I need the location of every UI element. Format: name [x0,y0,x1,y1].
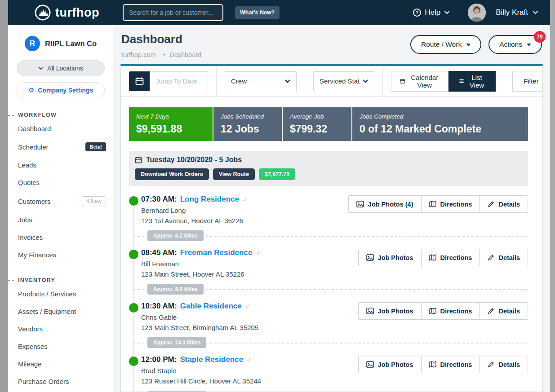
sidebar-item-assets-equipment[interactable]: Assets / Equipment [8,303,113,320]
breadcrumb-page: Dashboard [169,51,201,58]
job-actions: Job Photos Directions Details [358,302,528,320]
view-route-button[interactable]: View Route [213,168,255,180]
jump-to-date-input[interactable] [150,71,208,91]
brand-name: turfhop [55,6,99,20]
job-photos-button[interactable]: Job Photos (4) [348,195,422,213]
help-icon: ? [413,9,421,17]
job-status-dot [129,250,138,259]
crew-filter-group: Crew [217,66,305,96]
route-work-dropdown[interactable]: Route / Work [410,35,481,54]
sidebar-item-dashboard[interactable]: Dashboard [8,120,113,137]
breadcrumb-site[interactable]: turfhop.com [121,51,156,58]
calendar-picker-button[interactable] [129,71,150,91]
list-icon [459,78,464,84]
sidebar-item-invoices[interactable]: Invoices [8,229,113,246]
job-name-link[interactable]: Freeman Residence [180,248,253,257]
job-customer: Bill Freeman [141,260,262,268]
download-work-orders-button[interactable]: Download Work Orders [135,168,209,180]
sidebar-section: WORKFLOW Dashboard Scheduler Beta! Leads… [8,112,113,264]
job-row: 08:45 AM: Freeman Residence ✓ Bill Freem… [129,241,528,295]
job-name-link[interactable]: Long Residence [180,195,239,204]
company-settings-button[interactable]: ⚙ Company Settings [17,82,105,98]
job-time: 10:30 AM: [141,302,177,311]
sidebar-item-scheduler[interactable]: Scheduler Beta! [8,137,113,156]
list-view-label: List View [468,74,485,89]
miles-badge: Approx. 14.3 Miles [147,337,206,348]
main-content: Dashboard turfhop.com → Dashboard Route … [113,25,550,392]
details-label: Details [498,254,520,261]
job-address: 123 1st Avenue, Hoover AL 35226 [141,217,248,225]
details-button[interactable]: Details [480,356,528,373]
stat-tile-jobs-scheduled: Jobs Scheduled 12 Jobs [213,107,282,141]
job-actions: Job Photos Directions Details [358,356,528,373]
filter-button[interactable]: Filter [512,71,543,92]
miles-separator: Approx. 14.3 Miles [141,337,528,348]
user-avatar[interactable] [468,4,486,22]
details-label: Details [498,308,520,315]
sidebar-item-my-finances[interactable]: My Finances [8,246,113,264]
job-name-link[interactable]: Staple Residence [180,355,243,364]
directions-button[interactable]: Directions [421,356,480,373]
sidebar-item-vendors[interactable]: Vendors [8,320,113,338]
stat-value: $9,591.88 [136,123,205,135]
calendar-icon [135,156,142,163]
details-label: Details [498,201,520,208]
job-time: 12:00 PM: [141,355,177,364]
job-photos-button[interactable]: Job Photos [358,356,422,373]
sidebar-item-label: Mileage [18,360,42,368]
check-icon: ✓ [246,356,252,364]
details-button[interactable]: Details [480,195,528,213]
job-name-link[interactable]: Gable Residence [180,302,242,311]
sidebar-item-jobs[interactable]: Jobs [8,211,113,229]
actions-dropdown[interactable]: Actions 79 [488,35,542,54]
job-photos-button[interactable]: Job Photos [358,302,422,320]
directions-button[interactable]: Directions [421,302,480,320]
sidebar-item-quotes[interactable]: Quotes [8,174,113,191]
sidebar-item-expenses[interactable]: Expenses [8,338,113,355]
details-button[interactable]: Details [480,249,528,266]
job-photos-button[interactable]: Job Photos [358,249,422,266]
sidebar-item-label: Purchase Orders [18,378,69,385]
stat-value: 0 of 12 Marked Complete [360,123,521,135]
crew-select[interactable]: Crew [225,71,297,91]
photo-icon [366,308,374,314]
check-icon: ✓ [255,249,261,257]
all-locations-dropdown[interactable]: All Locations [17,60,105,76]
list-view-button[interactable]: List View [448,71,496,92]
details-button[interactable]: Details [480,302,528,320]
sidebar-item-purchase-orders[interactable]: Purchase Orders [8,373,113,390]
sidebar-item-customers[interactable]: Customers 4 New [8,191,113,211]
company-logo-icon: R [25,36,40,51]
sidebar-item-leads[interactable]: Leads [8,156,113,174]
company-header[interactable]: R RIIPL Lawn Co [8,36,113,51]
directions-button[interactable]: Directions [421,249,480,266]
job-customer: Chris Gable [141,313,258,321]
sidebar-item-products-services[interactable]: Products / Services [8,285,113,303]
photo-icon [366,254,374,261]
brand-logo[interactable]: turfhop [34,4,99,21]
sidebar-item-mileage[interactable]: Mileage [8,355,113,373]
actions-count-badge: 79 [534,31,546,43]
job-customer: Brad Staple [141,367,261,374]
crew-select-value: Crew [231,77,247,85]
help-menu[interactable]: ? Help [413,8,450,17]
miles-badge: Approx. 8.0 Miles [147,284,204,295]
view-toggle-group: Calendar View List View [383,66,504,96]
calendar-view-label: Calendar View [410,74,440,89]
sidebar-item-badge: 4 New [82,196,106,206]
dashboard-card: Crew Serviced Stat Calendar Vie [120,64,543,392]
map-icon [429,308,436,314]
day-title: Tuesday 10/20/2020 - 5 Jobs [146,156,242,164]
job-address: 123 Main Street, Hoover AL 35226 [141,270,262,278]
help-label: Help [425,8,440,17]
calendar-view-button[interactable]: Calendar View [391,71,448,92]
whats-new-button[interactable]: What's New? [235,6,280,19]
sidebar-item-label: My Finances [18,251,56,259]
stat-value: $799.32 [290,123,344,135]
chevron-down-icon [38,66,44,70]
search-input[interactable] [123,4,223,21]
miles-separator: Approx. 6.2 Miles [141,230,528,241]
serviced-status-select[interactable]: Serviced Stat [313,71,374,91]
directions-button[interactable]: Directions [421,195,480,213]
user-menu[interactable]: Billy Kraft [496,8,538,17]
